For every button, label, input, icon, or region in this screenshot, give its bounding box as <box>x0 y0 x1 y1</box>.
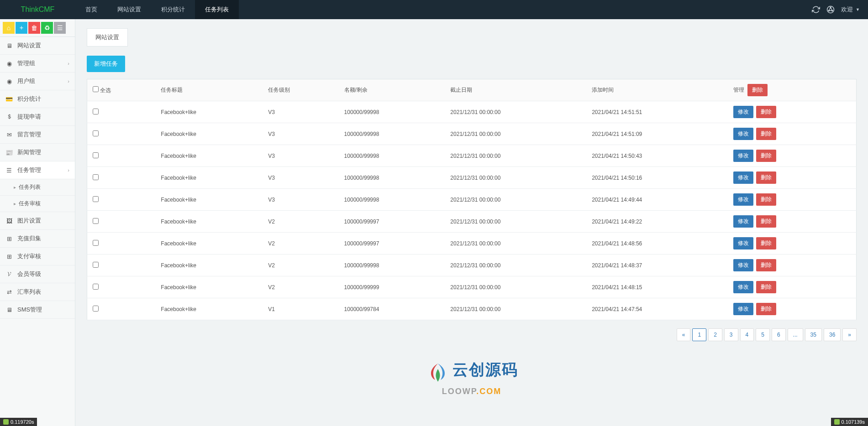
toolbar-list-icon[interactable]: ☰ <box>54 22 66 34</box>
cell-title: Facebook+like <box>155 189 263 211</box>
nav-tasks[interactable]: 任务列表 <box>195 0 239 19</box>
sidebar-label: 任务管理 <box>17 166 41 174</box>
cell-level: V2 <box>263 255 338 276</box>
select-all-checkbox[interactable] <box>93 86 99 92</box>
delete-button[interactable]: 删除 <box>756 150 776 162</box>
cell-quota: 100000/99998 <box>339 123 445 145</box>
edit-button[interactable]: 修改 <box>733 171 753 184</box>
col-manage: 管理 删除 <box>728 79 857 101</box>
manage-label: 管理 <box>733 87 744 93</box>
page-link[interactable]: 5 <box>756 328 770 341</box>
sidebar: ⌂ ＋ 🗑 ♻ ☰ 🖥网站设置◉管理组›◉用户组›💳积分统计＄提现申请✉留言管理… <box>0 19 75 426</box>
row-checkbox[interactable] <box>93 218 99 224</box>
row-checkbox[interactable] <box>93 109 99 114</box>
edit-button[interactable]: 修改 <box>733 150 753 162</box>
row-checkbox[interactable] <box>93 306 99 312</box>
page-link[interactable]: ... <box>788 328 803 341</box>
delete-button[interactable]: 删除 <box>756 106 776 118</box>
row-checkbox[interactable] <box>93 152 99 158</box>
sidebar-item-13[interactable]: 🖥SMS管理 <box>0 301 75 319</box>
page-link[interactable]: 4 <box>740 328 754 341</box>
edit-button[interactable]: 修改 <box>733 259 753 271</box>
row-checkbox[interactable] <box>93 196 99 202</box>
sidebar-icon: ＄ <box>5 113 13 120</box>
sidebar-item-5[interactable]: ✉留言管理 <box>0 126 75 144</box>
subitem-task-audit[interactable]: 任务审核 <box>0 196 75 212</box>
page-link[interactable]: 35 <box>805 328 822 341</box>
toolbar-trash-icon[interactable]: 🗑 <box>28 22 40 34</box>
sidebar-item-11[interactable]: 𝓥会员等级 <box>0 265 75 283</box>
sidebar-item-8[interactable]: 🖼图片设置 <box>0 212 75 230</box>
edit-button[interactable]: 修改 <box>733 193 753 206</box>
subitem-task-list[interactable]: 任务列表 <box>0 179 75 196</box>
edit-button[interactable]: 修改 <box>733 215 753 228</box>
sidebar-icon: 💳 <box>5 95 13 103</box>
share-icon[interactable] <box>826 5 835 14</box>
sidebar-item-4[interactable]: ＄提现申请 <box>0 108 75 126</box>
sidebar-item-3[interactable]: 💳积分统计 <box>0 90 75 108</box>
cell-quota: 100000/99784 <box>339 298 445 320</box>
edit-button[interactable]: 修改 <box>733 303 753 315</box>
sidebar-item-6[interactable]: 📰新闻管理 <box>0 144 75 161</box>
page-link[interactable]: 1 <box>692 328 706 341</box>
delete-button[interactable]: 删除 <box>756 193 776 206</box>
sidebar-item-0[interactable]: 🖥网站设置 <box>0 37 75 55</box>
select-all-label: 全选 <box>100 87 111 94</box>
cell-quota: 100000/99997 <box>339 233 445 255</box>
edit-button[interactable]: 修改 <box>733 237 753 249</box>
add-task-button[interactable]: 新增任务 <box>87 56 125 72</box>
welcome-dropdown[interactable]: 欢迎 ▼ <box>841 5 860 14</box>
cell-level: V3 <box>263 145 338 167</box>
toolbar-home-icon[interactable]: ⌂ <box>3 22 15 34</box>
sidebar-item-12[interactable]: ⇄汇率列表 <box>0 283 75 301</box>
col-quota: 名额/剩余 <box>339 79 445 101</box>
nav-site-settings[interactable]: 网站设置 <box>107 0 151 19</box>
delete-button[interactable]: 删除 <box>756 128 776 140</box>
perf-badge-right: 0.107139s <box>831 418 868 426</box>
chevron-right-icon: › <box>68 78 69 84</box>
sidebar-label: 留言管理 <box>17 130 41 139</box>
cell-deadline: 2021/12/31 00:00:00 <box>445 145 586 167</box>
toolbar-plus-icon[interactable]: ＋ <box>16 22 27 34</box>
delete-button[interactable]: 删除 <box>756 303 776 315</box>
content-tab[interactable]: 网站设置 <box>87 28 128 47</box>
sidebar-item-10[interactable]: ⊞支付审核 <box>0 248 75 265</box>
nav-points[interactable]: 积分统计 <box>151 0 195 19</box>
delete-button[interactable]: 删除 <box>756 171 776 184</box>
page-link[interactable]: 2 <box>708 328 722 341</box>
row-checkbox[interactable] <box>93 284 99 290</box>
delete-button[interactable]: 删除 <box>756 215 776 228</box>
page-link[interactable]: 36 <box>824 328 841 341</box>
row-checkbox[interactable] <box>93 240 99 246</box>
col-level: 任务级别 <box>263 79 338 101</box>
row-checkbox[interactable] <box>93 130 99 136</box>
cell-title: Facebook+like <box>155 123 263 145</box>
delete-button[interactable]: 删除 <box>756 237 776 249</box>
nav-home[interactable]: 首页 <box>75 0 107 19</box>
edit-button[interactable]: 修改 <box>733 281 753 293</box>
sidebar-item-7[interactable]: ☰任务管理› <box>0 161 75 179</box>
refresh-icon[interactable] <box>812 5 820 14</box>
table-row: Facebook+like V2 100000/99997 2021/12/31… <box>87 211 857 233</box>
page-link[interactable]: 3 <box>724 328 738 341</box>
sidebar-item-1[interactable]: ◉管理组› <box>0 55 75 73</box>
row-checkbox[interactable] <box>93 174 99 180</box>
cell-title: Facebook+like <box>155 276 263 298</box>
page-link[interactable]: » <box>842 328 857 341</box>
header-delete-button[interactable]: 删除 <box>747 84 768 96</box>
edit-button[interactable]: 修改 <box>733 128 753 140</box>
pagination: «123456...3536» <box>87 328 857 341</box>
sidebar-item-9[interactable]: ⊞充值归集 <box>0 230 75 248</box>
page-link[interactable]: 6 <box>772 328 786 341</box>
edit-button[interactable]: 修改 <box>733 106 753 118</box>
delete-button[interactable]: 删除 <box>756 281 776 293</box>
chevron-right-icon: › <box>68 167 69 173</box>
delete-button[interactable]: 删除 <box>756 259 776 271</box>
toolbar-recycle-icon[interactable]: ♻ <box>41 22 53 34</box>
row-checkbox[interactable] <box>93 262 99 268</box>
page-link[interactable]: « <box>677 328 691 341</box>
cell-deadline: 2021/12/31 00:00:00 <box>445 101 586 123</box>
table-row: Facebook+like V3 100000/99998 2021/12/31… <box>87 189 857 211</box>
sidebar-item-2[interactable]: ◉用户组› <box>0 73 75 90</box>
col-select: 全选 <box>87 79 156 101</box>
